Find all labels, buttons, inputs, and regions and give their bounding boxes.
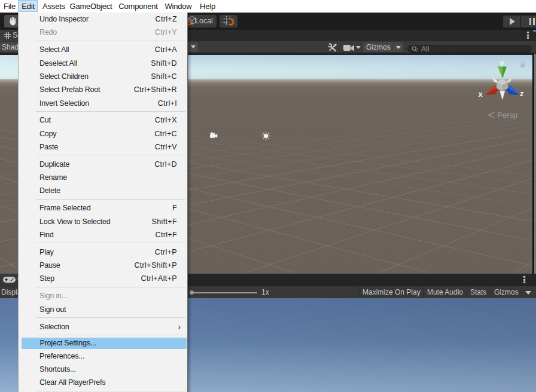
svg-text:x: x: [479, 90, 483, 99]
svg-text:z: z: [520, 89, 524, 98]
svg-text:y: y: [500, 58, 505, 67]
